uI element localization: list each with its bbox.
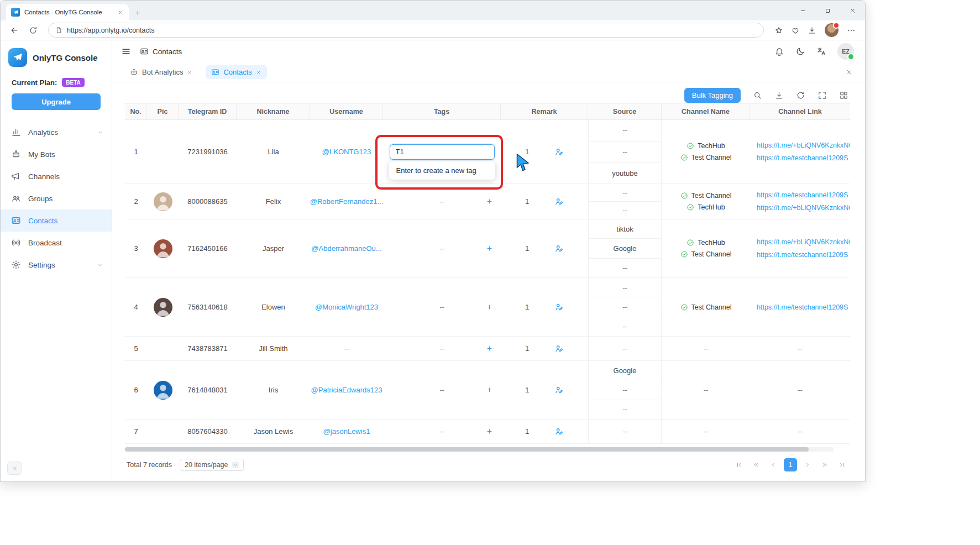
horizontal-scrollbar[interactable]: [125, 447, 834, 452]
browser-actions: [771, 23, 820, 38]
tab-label: Contacts: [223, 68, 251, 76]
page-prev5-icon[interactable]: [750, 458, 763, 471]
edit-contact-icon[interactable]: [554, 302, 564, 312]
export-icon[interactable]: [774, 91, 784, 100]
app-logo-plane-icon: [8, 48, 27, 67]
refresh-icon[interactable]: [796, 91, 805, 100]
breadcrumb: Contacts: [140, 47, 182, 56]
page-last-icon[interactable]: [835, 458, 848, 471]
minimize-button[interactable]: [790, 1, 815, 20]
table-row: 78057604330Jason Lewis@jasonLewis1--1---…: [125, 420, 850, 444]
cell-channel-name: Test Channel: [662, 278, 750, 336]
username-link[interactable]: @LKONTG123: [322, 148, 371, 156]
search-icon[interactable]: [753, 91, 762, 100]
maximize-button[interactable]: [815, 1, 840, 20]
tag-dropdown-hint[interactable]: Enter to create a new tag: [389, 161, 495, 180]
cell-channel-link: --: [750, 420, 850, 443]
page-first-icon[interactable]: [732, 458, 746, 471]
page-1-button[interactable]: 1: [784, 458, 797, 471]
user-avatar[interactable]: EZ: [837, 43, 854, 60]
username-link[interactable]: @PatriciaEdwards123: [311, 386, 382, 394]
close-button[interactable]: [840, 1, 865, 20]
cell-telegram-id: 8057604330: [179, 420, 237, 443]
page-next5-icon[interactable]: [818, 458, 831, 471]
groups-icon: [11, 193, 21, 203]
add-tag-button[interactable]: [486, 303, 493, 311]
channel-link[interactable]: https://t.me/testchannel1209S: [757, 251, 848, 259]
check-circle-icon: [686, 239, 694, 247]
edit-contact-icon[interactable]: [554, 147, 564, 156]
sidebar-item-label: Groups: [28, 195, 53, 203]
sidebar-item-contacts[interactable]: Contacts: [1, 209, 112, 232]
tab-bot-analytics[interactable]: Bot Analytics: [124, 65, 198, 79]
tag-input[interactable]: [390, 144, 495, 160]
sidebar-item-groups[interactable]: Groups: [1, 187, 112, 209]
address-bar[interactable]: https://app.onlytg.io/contacts: [48, 23, 764, 38]
username-link[interactable]: @jasonLewis1: [323, 427, 370, 436]
username-link[interactable]: @RobertFernandez1...: [310, 197, 383, 206]
upgrade-button[interactable]: Upgrade: [12, 93, 101, 110]
add-tag-button[interactable]: [486, 428, 493, 435]
page-next-icon[interactable]: [801, 458, 814, 471]
back-icon[interactable]: [6, 23, 23, 38]
column-settings-icon[interactable]: [839, 91, 848, 100]
new-tab-button[interactable]: [134, 9, 142, 17]
column-header-channel-name: Channel Name: [662, 104, 750, 119]
panel-close-icon[interactable]: [846, 69, 853, 76]
cell-no: 4: [125, 278, 147, 336]
edit-contact-icon[interactable]: [554, 385, 564, 395]
edit-contact-icon[interactable]: [554, 427, 564, 436]
edit-contact-icon[interactable]: [554, 197, 564, 206]
browser-profile-avatar[interactable]: [825, 23, 838, 37]
username-link[interactable]: @MonicaWright123: [315, 303, 378, 311]
browser-menu-icon[interactable]: [843, 23, 860, 38]
page-prev-icon[interactable]: [767, 458, 780, 471]
channel-link[interactable]: https://t.me/testchannel1209S: [757, 191, 848, 199]
add-tag-button[interactable]: [486, 386, 493, 394]
remark-value: 1: [525, 386, 529, 394]
check-circle-icon: [680, 303, 688, 311]
channel-link[interactable]: https://t.me/+bLiQNV6KznkxNGY: [757, 142, 850, 149]
reload-icon[interactable]: [25, 23, 41, 38]
add-tag-button[interactable]: [486, 345, 493, 352]
notifications-bell-icon[interactable]: [774, 46, 784, 56]
tab-close-icon[interactable]: [256, 70, 261, 75]
channel-link[interactable]: https://t.me/+bLiQNV6KznkxNGY: [757, 238, 850, 246]
channel-link[interactable]: https://t.me/+bLiQNV6KznkxNGY: [757, 204, 850, 212]
sidebar-item-analytics[interactable]: Analytics: [1, 121, 112, 143]
username-link[interactable]: @AbderrahmaneOu...: [311, 244, 381, 253]
scrollbar-thumb[interactable]: [125, 447, 809, 452]
hamburger-menu-icon[interactable]: [121, 46, 131, 56]
add-tag-button[interactable]: [486, 245, 493, 252]
channel-link[interactable]: https://t.me/testchannel1209S: [757, 154, 848, 162]
bookmark-star-icon[interactable]: [771, 23, 787, 38]
page-size-select[interactable]: 20 items/page: [180, 459, 244, 471]
cursor-pointer-icon: [516, 153, 532, 173]
browser-tab[interactable]: Contacts - OnlyTG Console: [6, 4, 129, 20]
downloads-icon[interactable]: [804, 23, 820, 38]
sidebar-item-settings[interactable]: Settings: [1, 254, 112, 276]
browser-essentials-icon[interactable]: [787, 23, 804, 38]
add-tag-button[interactable]: [486, 198, 493, 205]
fullscreen-icon[interactable]: [817, 91, 827, 100]
edit-contact-icon[interactable]: [554, 244, 564, 253]
tab-contacts[interactable]: Contacts: [206, 65, 266, 79]
source-value: Google: [589, 361, 661, 380]
tab-close-icon[interactable]: [187, 70, 192, 75]
sidebar-item-label: My Bots: [28, 150, 55, 159]
contacts-icon: [211, 68, 219, 76]
theme-moon-icon[interactable]: [795, 46, 805, 56]
sidebar-item-my-bots[interactable]: My Bots: [1, 143, 112, 165]
sidebar-item-channels[interactable]: Channels: [1, 165, 112, 187]
sidebar-item-label: Analytics: [28, 128, 58, 137]
sidebar-item-broadcast[interactable]: Broadcast: [1, 232, 112, 254]
translate-icon[interactable]: [816, 46, 826, 56]
desktop: Contacts - OnlyTG Console https://app.on…: [0, 0, 980, 545]
bulk-tagging-button[interactable]: Bulk Tagging: [684, 88, 741, 103]
tab-close-icon[interactable]: [118, 9, 124, 15]
sidebar-collapse-button[interactable]: [7, 462, 22, 475]
table-row: 17231991036Lila@LKONTG123Enter to create…: [125, 120, 850, 184]
edit-contact-icon[interactable]: [554, 344, 564, 353]
channel-link[interactable]: https://t.me/testchannel1209S: [757, 303, 848, 311]
channel-name: Test Channel: [680, 250, 732, 258]
